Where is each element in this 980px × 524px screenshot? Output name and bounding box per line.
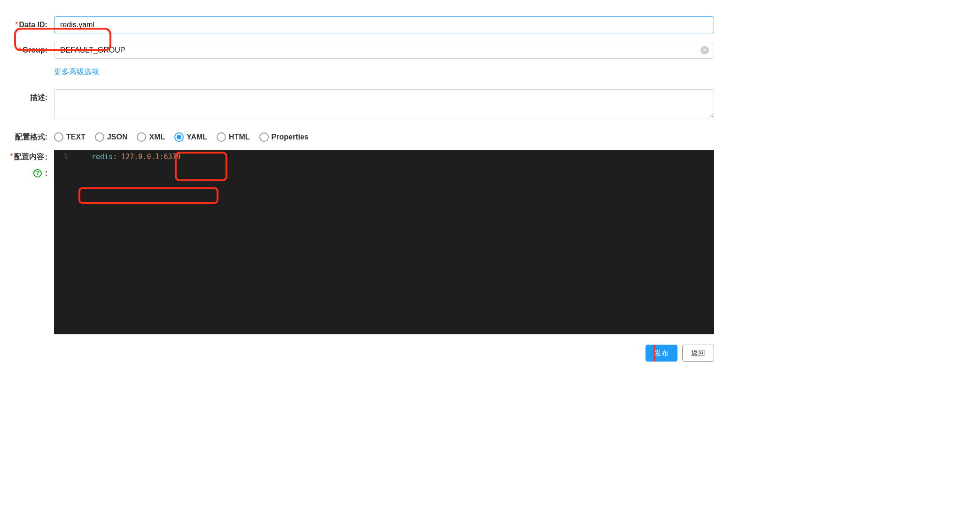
radio-json[interactable]: JSON [95,132,128,142]
code-content: redis: 127.0.0.1:6379 [78,152,181,162]
radio-html[interactable]: HTML [217,132,249,142]
radio-circle-icon [137,132,146,142]
radio-circle-icon [54,132,63,142]
config-content-label: *配置内容: [10,153,47,161]
description-label: 描述: [9,89,54,103]
help-colon: : [45,169,47,177]
radio-circle-icon [259,132,269,142]
group-label-text: Group: [23,46,47,54]
required-asterisk: * [10,153,13,161]
group-label: *Group: [9,42,54,59]
radio-text[interactable]: TEXT [54,132,86,142]
data-id-label-text: Data ID: [19,21,47,29]
radio-html-label: HTML [229,133,249,141]
required-asterisk: * [18,46,21,54]
config-format-label: 配置格式: [9,129,54,146]
radio-json-label: JSON [107,133,128,141]
clear-icon[interactable]: ✕ [700,46,709,54]
code-separator: : [113,153,121,161]
radio-yaml-label: YAML [187,133,207,141]
code-key: redis [92,153,113,161]
radio-properties[interactable]: Properties [259,132,309,142]
radio-xml-label: XML [149,133,165,141]
back-button[interactable]: 返回 [682,345,714,362]
code-value: 127.0.0.1:6379 [121,153,180,161]
help-icon[interactable]: ? [33,169,42,177]
data-id-input[interactable] [54,16,714,33]
group-input[interactable] [60,42,697,58]
publish-button[interactable]: 发布 [646,345,677,362]
config-content-label-text: 配置内容 [14,153,44,161]
radio-yaml[interactable]: YAML [174,132,207,142]
radio-text-label: TEXT [66,133,86,141]
description-label-text: 描述: [30,93,47,101]
radio-properties-label: Properties [272,133,309,141]
radio-xml[interactable]: XML [137,132,165,142]
radio-circle-icon [217,132,226,142]
advanced-options-link[interactable]: 更多高级选项 [54,68,99,76]
radio-circle-icon [95,132,104,142]
line-number: 1 [54,152,78,162]
description-textarea[interactable] [54,89,714,118]
code-editor[interactable]: 1 redis: 127.0.0.1:6379 [54,150,714,334]
radio-circle-icon [174,132,184,142]
required-asterisk: * [15,21,18,29]
data-id-label: *Data ID: [9,16,54,33]
config-format-label-text: 配置格式: [15,133,47,141]
